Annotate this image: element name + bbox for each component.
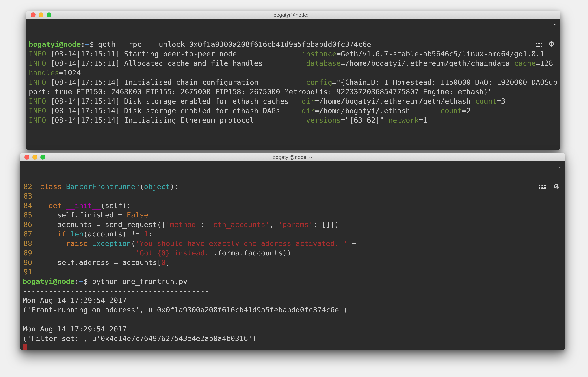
prompt-user: bogatyi@node <box>23 277 75 285</box>
log-level: INFO <box>29 49 46 58</box>
class-name: BancorFrontrunner <box>66 182 140 191</box>
prompt-user: bogatyi@node <box>29 40 81 48</box>
svg-point-4 <box>541 43 542 44</box>
log-level: INFO <box>29 106 46 115</box>
minimize-icon[interactable] <box>38 12 43 17</box>
gear-icon[interactable] <box>553 164 560 170</box>
keyboard-icon[interactable] <box>539 164 547 170</box>
log-val: =1024 <box>59 69 81 77</box>
log-val: =/home/bogatyi/.ethereum/geth/chaindata <box>341 59 510 68</box>
log-key: database <box>306 59 341 68</box>
line-number: 86 <box>23 220 32 229</box>
line-number: 85 <box>23 210 32 220</box>
number: 1 <box>144 230 148 238</box>
line-number: 90 <box>23 258 32 267</box>
log-ts: [08-14|17:15:14] <box>50 97 120 105</box>
prompt-path: ~ <box>85 40 89 48</box>
log-msg: Allocated cache and file handles <box>124 59 263 68</box>
line-number: 83 <box>23 191 32 201</box>
log-msg: Disk storage enabled for ethash caches <box>124 97 289 105</box>
gear-icon[interactable] <box>548 21 555 28</box>
svg-point-23 <box>539 188 540 189</box>
terminal-toolbar: ▾ <box>539 164 561 170</box>
number: 0 <box>161 258 165 267</box>
svg-rect-24 <box>541 188 545 189</box>
close-icon[interactable] <box>31 12 36 17</box>
string: 'You should have exactly one address act… <box>135 239 348 247</box>
line-number: 89 <box>23 248 32 258</box>
log-key: handles <box>29 69 59 77</box>
log-msg: Initialised chain configuration <box>124 78 259 86</box>
terminal-window-python[interactable]: bogatyi@node: ~ ▾ 82 class BancorFrontru… <box>20 153 565 350</box>
zoom-icon[interactable] <box>40 155 45 160</box>
cmd-cursor-part: one <box>122 277 135 285</box>
log-ts: [08-14|17:15:14] <box>50 116 120 124</box>
svg-point-18 <box>539 187 540 188</box>
svg-point-7 <box>538 45 538 46</box>
log-key: network <box>388 116 419 124</box>
command-text: geth --rpc --unlock 0x0f1a9300a208f616cb… <box>98 40 371 48</box>
kw-class: class <box>40 182 62 191</box>
code-text: accounts = send_request({ <box>57 220 165 229</box>
builtin: Exception <box>88 239 131 247</box>
svg-point-6 <box>536 45 537 46</box>
titlebar[interactable]: bogatyi@node: ~ <box>26 11 561 19</box>
log-val: ="[63 62]" <box>341 116 384 124</box>
terminal-body[interactable]: ▾ 82 class BancorFrontrunner(object): 83… <box>20 161 565 350</box>
svg-point-16 <box>544 185 545 186</box>
log-ts: [08-14|17:15:11] <box>50 49 120 58</box>
arg: self <box>105 201 122 210</box>
log-key: count <box>475 97 497 105</box>
builtin: len <box>66 230 83 238</box>
output-line: ('Front-running on address', u'0x0f1a930… <box>23 306 348 314</box>
prompt-sep: : <box>81 40 85 48</box>
output-divider: ----------------------------------------… <box>23 287 209 295</box>
output-divider: ----------------------------------------… <box>23 315 209 324</box>
prompt-sym: $ <box>89 40 94 48</box>
svg-point-25 <box>545 188 546 189</box>
log-ts: [08-14|17:15:14] <box>50 106 120 115</box>
svg-point-13 <box>539 185 540 186</box>
kw-def: def <box>49 201 62 210</box>
terminal-window-geth[interactable]: bogatyi@node: ~ ▾ bogatyi@node:~$ geth -… <box>26 11 561 150</box>
line-number: 91 <box>23 267 32 277</box>
line-number: 82 <box>23 182 32 191</box>
string: 'params' <box>278 220 313 229</box>
window-title: bogatyi@node: ~ <box>20 154 565 160</box>
log-ts: [08-14|17:15:14] <box>50 78 120 86</box>
log-val: =/home/bogatyi/.ethash <box>315 106 410 115</box>
minimize-icon[interactable] <box>32 155 37 160</box>
kw-raise: raise <box>66 239 88 247</box>
svg-point-0 <box>535 43 536 44</box>
svg-point-5 <box>535 45 536 46</box>
window-title: bogatyi@node: ~ <box>26 12 561 18</box>
prompt-sep: : <box>75 277 79 285</box>
svg-point-22 <box>545 187 546 188</box>
svg-point-3 <box>539 43 540 44</box>
zoom-icon[interactable] <box>47 12 51 17</box>
terminal-body[interactable]: ▾ bogatyi@node:~$ geth --rpc --unlock 0x… <box>26 19 561 127</box>
log-val: =3 <box>497 97 505 105</box>
terminal-toolbar: ▾ <box>534 21 556 28</box>
string: 'eth_accounts' <box>209 220 270 229</box>
log-level: INFO <box>29 78 46 86</box>
log-key: cache <box>514 59 536 68</box>
svg-point-8 <box>539 45 540 46</box>
output-line: ('Filter set:', u'0x4c14e7c76497627543e4… <box>23 334 257 342</box>
output-timestamp: Mon Aug 14 17:29:54 2017 <box>23 325 127 333</box>
log-val: =1 <box>419 116 427 124</box>
log-level: INFO <box>29 97 46 105</box>
log-key: dir <box>302 106 315 115</box>
svg-point-12 <box>541 46 542 47</box>
builtin: object <box>144 182 170 191</box>
log-msg: Starting peer-to-peer node <box>124 49 237 58</box>
svg-point-9 <box>541 45 542 46</box>
svg-point-17 <box>545 185 546 186</box>
line-number: 87 <box>23 229 32 239</box>
svg-point-20 <box>542 187 543 188</box>
prompt-path: ~ <box>79 277 83 285</box>
titlebar[interactable]: bogatyi@node: ~ <box>20 153 565 161</box>
close-icon[interactable] <box>25 155 29 160</box>
log-key: dir <box>302 97 315 105</box>
keyboard-icon[interactable] <box>534 22 542 27</box>
